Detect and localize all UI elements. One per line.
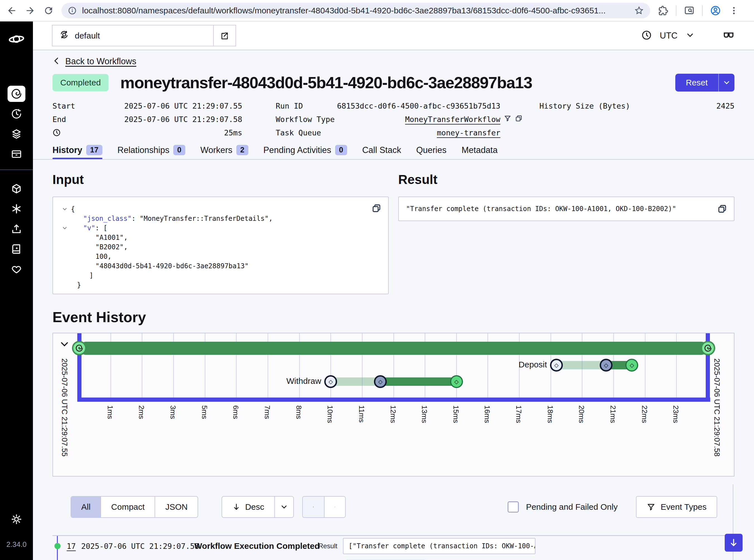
extensions-icon[interactable] [657, 5, 669, 16]
end-value: 2025-07-06 UTC 21:29:07.58 [66, 115, 242, 124]
screen: localhost:8080/namespaces/default/workfl… [0, 0, 754, 560]
copy-icon[interactable] [371, 203, 382, 214]
tab-pending-activities[interactable]: Pending Activities0 [263, 145, 347, 159]
pending-failed-label: Pending and Failed Only [526, 502, 618, 512]
event-types-button[interactable]: Event Types [636, 496, 717, 518]
divider [702, 5, 702, 16]
sidebar-item-namespaces[interactable] [7, 181, 25, 197]
history-size-label: History Size (Bytes) [539, 102, 630, 110]
view-button-all[interactable]: All [71, 497, 100, 517]
view-button-compact[interactable]: Compact [100, 497, 155, 517]
sidebar-item-workflows[interactable] [7, 86, 25, 102]
timeline-tick-label: 22ms [640, 405, 649, 423]
sidebar-item-docs[interactable] [7, 241, 25, 257]
tab-label: History [53, 145, 82, 155]
playback-group [302, 496, 346, 518]
sidebar-item-nexus[interactable] [7, 201, 25, 217]
event-row[interactable]: 172025-07-06 UTC 21:29:07.58Workflow Exe… [53, 536, 734, 556]
event-id-link[interactable]: 17 [67, 542, 81, 551]
timezone-selector[interactable]: UTC [660, 31, 677, 41]
run-id-label: Run ID [276, 102, 303, 110]
labs-glasses-icon[interactable] [722, 29, 735, 43]
url-bar[interactable]: localhost:8080/namespaces/default/workfl… [61, 3, 650, 18]
back-to-workflows-link[interactable]: Back to Workflows [65, 56, 136, 66]
activity-label-withdraw: Withdraw [286, 376, 321, 386]
sidebar-divider [0, 169, 33, 170]
scroll-to-bottom-button[interactable] [725, 534, 742, 552]
sort-desc-button[interactable]: Desc [222, 497, 274, 517]
profile-icon[interactable] [710, 5, 721, 16]
site-info-icon[interactable] [67, 6, 77, 15]
filter-funnel-icon[interactable] [504, 115, 511, 124]
url-text[interactable]: localhost:8080/namespaces/default/workfl… [82, 6, 629, 15]
collapse-chevron-icon[interactable] [59, 206, 71, 212]
chevron-down-icon[interactable] [685, 31, 695, 41]
json-line: 100, [59, 252, 383, 261]
activity-marker-scheduled[interactable]: ◇ [550, 359, 563, 372]
copy-icon[interactable] [515, 115, 523, 124]
event-row[interactable]: 162025-07-06 UTC 21:29:07.58Workflow Tas… [53, 556, 734, 560]
clock-icon [641, 30, 652, 42]
tab-metadata[interactable]: Metadata [462, 145, 497, 159]
timeline-tick-label: 11ms [357, 405, 366, 423]
sidebar-item-schedules[interactable] [7, 106, 25, 122]
workflow-execution-span[interactable] [79, 342, 708, 355]
sidebar-item-archive[interactable] [7, 146, 25, 162]
workflow-tabs: History17Relationships0Workers2Pending A… [53, 145, 734, 159]
activity-marker-completed[interactable]: ◇ [450, 375, 463, 388]
json-text: "A1001", [71, 233, 128, 242]
activity-marker-scheduled[interactable]: ◇ [324, 375, 337, 388]
timeline-tick-label: 18ms [546, 405, 554, 423]
browser-forward-icon[interactable] [24, 5, 36, 16]
search-panel-icon[interactable] [684, 5, 695, 16]
copy-icon[interactable] [717, 204, 727, 215]
tab-workers[interactable]: Workers2 [200, 145, 248, 159]
start-value: 2025-07-06 UTC 21:29:07.55 [75, 102, 242, 110]
namespace-icon [59, 29, 69, 42]
sidebar-item-import[interactable] [7, 221, 25, 237]
browser-back-icon[interactable] [6, 5, 17, 16]
sort-caret-icon[interactable] [274, 497, 293, 517]
namespace-open-icon[interactable] [213, 25, 236, 46]
pending-failed-checkbox[interactable] [508, 501, 519, 513]
timeline-tick-label: 13ms [420, 405, 429, 423]
tab-history[interactable]: History17 [53, 145, 102, 159]
reset-button[interactable]: Reset [675, 74, 718, 92]
sidebar-item-feedback[interactable] [7, 261, 25, 277]
download-button[interactable] [324, 497, 345, 517]
event-detail-value: ["Transfer complete (transaction IDs: OK… [343, 538, 535, 554]
task-queue-label: Task Queue [276, 128, 321, 137]
tab-relationships[interactable]: Relationships0 [118, 145, 185, 159]
activity-marker-started[interactable]: ◇ [600, 359, 613, 372]
workflow-endpoint-icon[interactable] [701, 341, 715, 355]
workflow-type-link[interactable]: MoneyTransferWorkflow [334, 115, 500, 124]
workflow-endpoint-icon[interactable] [72, 341, 86, 355]
namespace-selector[interactable]: default [52, 25, 236, 46]
tab-label: Metadata [462, 145, 497, 155]
timeline-collapse-icon[interactable] [59, 338, 70, 351]
event-timestamp: 2025-07-06 UTC 21:29:07.58 [81, 542, 194, 551]
activity-running-segment [380, 377, 461, 386]
timeline-tick-label: 21ms [609, 405, 617, 423]
timeline-tick-label: 7ms [263, 405, 271, 419]
event-status-dot [55, 543, 61, 549]
tab-call-stack[interactable]: Call Stack [362, 145, 401, 159]
tab-queries[interactable]: Queries [416, 145, 447, 159]
view-button-json[interactable]: JSON [155, 497, 198, 517]
browser-reload-icon[interactable] [43, 5, 54, 16]
pause-button[interactable] [303, 497, 324, 517]
collapse-chevron-icon[interactable] [59, 225, 71, 231]
activity-marker-started[interactable]: ◇ [374, 375, 387, 388]
temporal-logo-icon[interactable] [8, 31, 24, 48]
workflow-metadata: Start2025-07-06 UTC 21:29:07.55 End2025-… [53, 99, 734, 139]
theme-toggle-icon[interactable] [7, 511, 25, 527]
json-line: "B2002", [59, 242, 383, 252]
sidebar-item-deployments[interactable] [7, 126, 25, 142]
timeline-tick-label: 17ms [514, 405, 523, 423]
browser-menu-icon[interactable] [728, 5, 739, 16]
activity-marker-completed[interactable]: ◇ [625, 359, 638, 372]
task-queue-link[interactable]: money-transfer [321, 128, 500, 137]
reset-caret-icon[interactable] [718, 74, 734, 92]
bookmark-star-icon[interactable] [634, 5, 644, 16]
tab-label: Queries [416, 145, 447, 155]
